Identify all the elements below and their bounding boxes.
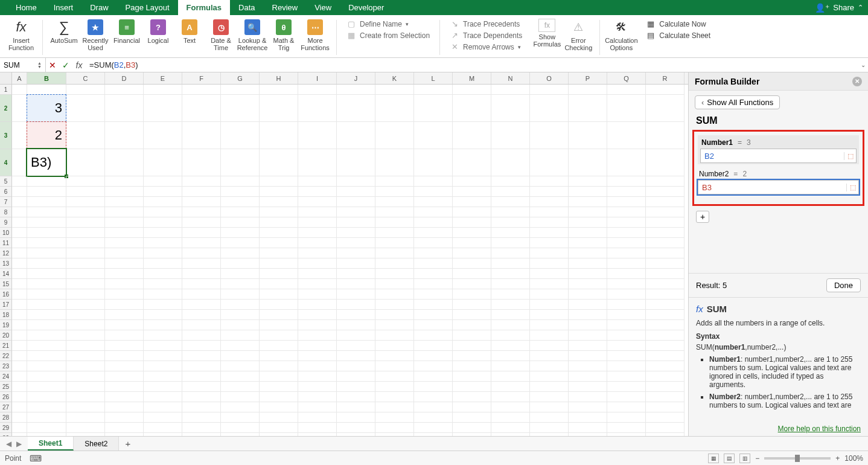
cell[interactable] — [182, 187, 221, 197]
cell[interactable] — [530, 289, 569, 300]
cell[interactable] — [414, 122, 453, 149]
cell[interactable] — [491, 228, 530, 238]
sheet-tab-1[interactable]: Sheet1 — [28, 437, 74, 451]
cell[interactable] — [530, 197, 569, 207]
cell[interactable] — [337, 402, 375, 412]
cell[interactable] — [569, 351, 607, 361]
cell[interactable] — [144, 197, 182, 207]
cell[interactable] — [607, 412, 646, 423]
col-header-n[interactable]: N — [491, 72, 530, 84]
row-header[interactable]: 9 — [0, 217, 12, 228]
cell[interactable] — [298, 412, 337, 423]
cell[interactable] — [260, 392, 298, 402]
tab-home[interactable]: Home — [7, 0, 45, 15]
cell[interactable] — [337, 351, 375, 361]
cell[interactable] — [221, 361, 260, 371]
cell[interactable] — [144, 371, 182, 382]
col-header-g[interactable]: G — [221, 72, 260, 84]
cell[interactable] — [221, 341, 260, 351]
cell[interactable] — [105, 197, 144, 207]
cell[interactable] — [221, 351, 260, 361]
cell[interactable]: B3) — [27, 149, 66, 176]
cell[interactable] — [12, 320, 27, 330]
cell[interactable] — [414, 351, 453, 361]
cell[interactable] — [375, 187, 414, 197]
row-header[interactable]: 16 — [0, 289, 12, 300]
cell[interactable] — [569, 85, 607, 95]
cell[interactable] — [27, 310, 66, 320]
cell[interactable]: 3 — [27, 95, 66, 122]
cell[interactable] — [646, 300, 685, 310]
cell[interactable] — [491, 85, 530, 95]
cell[interactable] — [221, 412, 260, 423]
cell[interactable] — [260, 228, 298, 238]
cell[interactable] — [337, 85, 375, 95]
cell[interactable] — [12, 217, 27, 228]
row-header[interactable]: 5 — [0, 176, 12, 187]
cell[interactable] — [337, 382, 375, 392]
col-header-q[interactable]: Q — [607, 72, 646, 84]
cell[interactable] — [530, 423, 569, 433]
cell[interactable] — [27, 341, 66, 351]
cell[interactable] — [144, 423, 182, 433]
cell[interactable] — [105, 289, 144, 300]
cell[interactable] — [530, 361, 569, 371]
cell[interactable] — [607, 289, 646, 300]
cell[interactable] — [569, 330, 607, 341]
cell[interactable] — [144, 228, 182, 238]
cell[interactable] — [27, 197, 66, 207]
range-select-icon[interactable]: ⬚ — [846, 184, 858, 191]
cell[interactable] — [375, 392, 414, 402]
cell[interactable] — [569, 149, 607, 176]
cell[interactable] — [298, 351, 337, 361]
cell[interactable] — [414, 279, 453, 289]
cell[interactable] — [27, 423, 66, 433]
cell[interactable] — [569, 289, 607, 300]
cell[interactable] — [221, 122, 260, 149]
cell[interactable] — [414, 382, 453, 392]
cell[interactable] — [337, 412, 375, 423]
cell[interactable] — [414, 85, 453, 95]
cell[interactable] — [646, 217, 685, 228]
cell[interactable] — [298, 341, 337, 351]
more-functions-button[interactable]: ⋯MoreFunctions — [301, 19, 329, 51]
row-header[interactable]: 11 — [0, 238, 12, 248]
cell[interactable] — [66, 197, 105, 207]
cell[interactable] — [414, 392, 453, 402]
cell[interactable] — [569, 341, 607, 351]
cell[interactable] — [453, 371, 491, 382]
row-header[interactable]: 13 — [0, 258, 12, 269]
col-header-o[interactable]: O — [530, 72, 569, 84]
cell[interactable] — [337, 330, 375, 341]
cell[interactable] — [12, 279, 27, 289]
row-header[interactable]: 15 — [0, 279, 12, 289]
cell[interactable] — [182, 289, 221, 300]
cell[interactable] — [260, 258, 298, 269]
cell[interactable] — [646, 330, 685, 341]
row-header[interactable]: 18 — [0, 310, 12, 320]
cell[interactable] — [260, 197, 298, 207]
cell[interactable] — [298, 310, 337, 320]
cell[interactable] — [144, 361, 182, 371]
cell[interactable] — [105, 217, 144, 228]
cell[interactable] — [105, 258, 144, 269]
cell[interactable] — [105, 300, 144, 310]
cell[interactable] — [569, 258, 607, 269]
cell[interactable] — [491, 412, 530, 423]
cell[interactable] — [182, 197, 221, 207]
cell[interactable] — [12, 412, 27, 423]
cell[interactable] — [646, 382, 685, 392]
cell[interactable] — [453, 310, 491, 320]
cell[interactable] — [221, 310, 260, 320]
cell[interactable] — [182, 433, 221, 436]
cell[interactable] — [221, 187, 260, 197]
cell[interactable] — [182, 402, 221, 412]
cell[interactable] — [607, 361, 646, 371]
cell[interactable] — [182, 361, 221, 371]
cell[interactable] — [646, 371, 685, 382]
cell[interactable] — [530, 269, 569, 279]
expand-formula-bar-icon[interactable]: ⌄ — [861, 62, 866, 68]
cell[interactable] — [375, 341, 414, 351]
cell[interactable] — [105, 433, 144, 436]
cell[interactable] — [221, 248, 260, 258]
